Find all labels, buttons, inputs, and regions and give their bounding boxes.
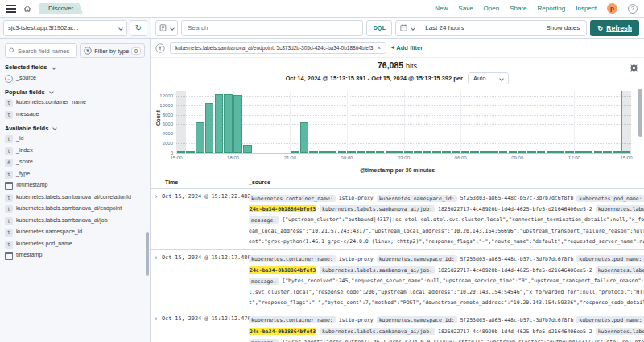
field-item[interactable]: tkubernetes.labels.sambanova_ai/endpoint xyxy=(5,204,145,213)
histogram-bar[interactable] xyxy=(565,151,574,153)
field-item[interactable]: tmessage xyxy=(5,110,145,119)
index-pattern-select[interactable]: sjc3-tstest.app.3f1902ac... xyxy=(3,20,127,36)
field-item[interactable]: #_score xyxy=(5,158,145,167)
nav-link-new[interactable]: New xyxy=(435,5,448,12)
histogram-bar[interactable] xyxy=(622,151,631,153)
avatar[interactable]: p xyxy=(607,3,617,14)
histogram-bar[interactable] xyxy=(613,151,621,153)
histogram-bar[interactable] xyxy=(584,151,593,153)
histogram-bar[interactable] xyxy=(527,151,536,153)
histogram-bar[interactable] xyxy=(489,151,498,153)
histogram-bar[interactable] xyxy=(233,95,242,153)
time-range-value[interactable]: Last 24 hours xyxy=(419,24,469,31)
histogram-plot-area[interactable]: 15:0018:0021:0000:0003:0006:0009:0012:00… xyxy=(176,91,631,154)
histogram-bar[interactable] xyxy=(594,151,603,153)
saved-query-menu-button[interactable] xyxy=(155,20,178,36)
field-section-heading[interactable]: Selected fields xyxy=(5,64,145,71)
histogram-bar[interactable] xyxy=(366,151,375,153)
field-name: _type xyxy=(16,170,30,178)
histogram-bar[interactable] xyxy=(414,151,423,153)
change-all-filters-icon[interactable] xyxy=(155,43,165,53)
query-language-button[interactable]: DQL xyxy=(366,20,392,36)
main-scrollbar[interactable] xyxy=(638,89,642,137)
field-item[interactable]: ⋯_source xyxy=(5,74,145,83)
histogram-bar[interactable] xyxy=(186,151,195,153)
field-section-heading[interactable]: Popular fields xyxy=(5,89,145,96)
histogram-bar[interactable] xyxy=(603,151,612,153)
histogram-bar[interactable] xyxy=(319,151,328,153)
column-header-time[interactable]: Time xyxy=(151,179,249,185)
field-section-heading[interactable]: Available fields xyxy=(5,125,145,132)
histogram-bar[interactable] xyxy=(215,94,224,153)
field-badge: kubernetes.labels.sambanova_ xyxy=(596,205,644,212)
field-item[interactable]: t_type xyxy=(5,170,145,179)
field-badge: kubernetes.pod_name: xyxy=(576,255,644,262)
histogram-bar[interactable] xyxy=(423,151,432,153)
histogram-bar[interactable] xyxy=(461,151,470,153)
breadcrumb[interactable]: Discover xyxy=(39,3,83,14)
nav-link-inspect[interactable]: Inspect xyxy=(576,5,597,12)
field-item[interactable]: t_id xyxy=(5,134,145,143)
histogram-bar[interactable] xyxy=(442,151,451,153)
histogram-bar[interactable] xyxy=(357,151,365,153)
source-line: message: {"bytes_received":245,"requeste… xyxy=(249,276,644,287)
histogram-bar[interactable] xyxy=(224,94,233,153)
field-item[interactable]: tkubernetes.labels.sambanova_ai/correlat… xyxy=(5,193,145,202)
gear-icon[interactable] xyxy=(630,61,638,76)
calendar-menu-button[interactable] xyxy=(396,21,419,35)
histogram-bar[interactable] xyxy=(376,151,385,153)
show-dates-button[interactable]: Show dates xyxy=(539,24,586,31)
nav-link-share[interactable]: Share xyxy=(510,5,526,12)
search-fields-input[interactable]: Search field names xyxy=(5,43,77,58)
histogram-bar[interactable] xyxy=(452,151,460,153)
field-item[interactable]: timestamp xyxy=(5,251,145,260)
filter-pill[interactable]: kubernetes.labels.sambanova_ai/endpoint:… xyxy=(170,42,386,54)
histogram-bar[interactable] xyxy=(555,151,564,153)
histogram-bar[interactable] xyxy=(470,151,479,153)
sidebar-scrollbar[interactable] xyxy=(146,232,149,276)
home-icon[interactable] xyxy=(23,2,31,16)
field-item[interactable]: t_index xyxy=(5,146,145,155)
histogram-bar[interactable] xyxy=(575,151,584,153)
nav-link-open[interactable]: Open xyxy=(484,5,500,12)
field-item[interactable]: tkubernetes.container_name xyxy=(5,98,145,107)
nav-link-reporting[interactable]: Reporting xyxy=(538,5,566,12)
histogram-bar[interactable] xyxy=(386,151,394,153)
field-item[interactable]: tkubernetes.namespace_id xyxy=(5,228,145,237)
field-item[interactable]: tkubernetes.labels.sambanova_ai/job xyxy=(5,216,145,225)
interval-select[interactable]: Auto xyxy=(468,72,509,84)
histogram-bar[interactable] xyxy=(509,151,518,153)
histogram-bar[interactable] xyxy=(243,145,252,153)
field-item[interactable]: @timestamp xyxy=(5,181,145,190)
add-filter-button[interactable]: + Add filter xyxy=(391,44,423,52)
remove-filter-icon[interactable]: × xyxy=(377,45,381,52)
histogram-bar[interactable] xyxy=(394,151,403,153)
help-icon[interactable]: ? xyxy=(628,4,638,14)
menu-icon[interactable] xyxy=(6,3,16,14)
histogram-bar[interactable] xyxy=(338,151,347,153)
histogram-bar[interactable] xyxy=(537,151,546,153)
histogram-bar[interactable] xyxy=(205,103,214,153)
index-refresh-button[interactable]: ↻ xyxy=(130,20,147,36)
field-item[interactable]: tkubernetes.pod_name xyxy=(5,240,145,249)
histogram-bar[interactable] xyxy=(518,151,526,153)
histogram-bar[interactable] xyxy=(499,151,508,153)
histogram-bar[interactable] xyxy=(177,151,186,153)
histogram-bar[interactable] xyxy=(347,151,356,153)
histogram-bar[interactable] xyxy=(404,151,413,153)
histogram-bar[interactable] xyxy=(480,151,489,153)
histogram-bar[interactable] xyxy=(547,151,555,153)
histogram-bar[interactable] xyxy=(309,151,318,153)
histogram-bar[interactable] xyxy=(196,122,204,153)
expand-row-icon[interactable]: › xyxy=(151,193,162,248)
histogram-bar[interactable] xyxy=(291,151,299,153)
histogram-bar[interactable] xyxy=(300,122,309,153)
search-input[interactable] xyxy=(181,20,363,36)
expand-row-icon[interactable]: › xyxy=(151,254,162,309)
filter-by-type-button[interactable]: Filter by type 0 xyxy=(80,43,145,58)
nav-link-save[interactable]: Save xyxy=(458,5,473,12)
histogram-bar[interactable] xyxy=(328,151,337,153)
expand-row-icon[interactable]: › xyxy=(151,315,162,342)
refresh-button[interactable]: ↻Refresh xyxy=(590,20,639,36)
histogram-bar[interactable] xyxy=(432,151,441,153)
